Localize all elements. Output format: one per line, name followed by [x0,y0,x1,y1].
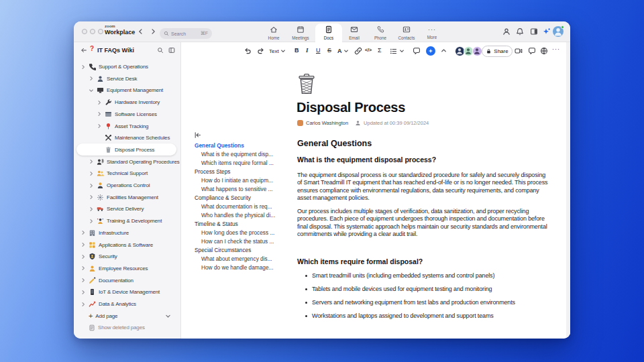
sidebar-item-disposal-process[interactable]: Disposal Process [76,143,176,156]
nav-back-button[interactable] [137,27,145,37]
question-heading-2: Which items require formal disposal? [297,257,423,265]
ai-companion-button[interactable] [426,46,435,56]
titlebar: zoom Workplace Search ⌘F Home Meetings D… [74,21,570,42]
doc-byline: Carlos Washington Updated at 00:39 09/12… [297,120,429,126]
toc-item[interactable]: What is the equipment disp... [201,151,273,158]
question-heading-1: What is the equipment disposal process? [297,156,436,164]
comment-icon[interactable] [413,47,421,55]
sidebar-item-support-operations[interactable]: Support & Operations [76,61,176,73]
sidebar-item-training-development[interactable]: Training & Development [76,215,176,227]
chat-icon[interactable] [528,47,536,55]
notifications-bell-icon[interactable] [516,27,525,36]
window-close-button[interactable] [82,29,87,34]
zoom-logo: zoom [105,24,115,28]
sidebar-item-service-desk[interactable]: Service Desk [76,72,176,84]
tab-meetings[interactable]: Meetings [287,23,314,42]
toc-item[interactable]: Compliance & Security [195,194,251,201]
global-search-input[interactable]: Search ⌘F [160,28,212,39]
tab-contacts[interactable]: Contacts [393,23,420,42]
add-page-button[interactable]: + Add page [76,310,176,322]
user-avatar[interactable] [553,26,564,37]
redo-button[interactable] [257,47,265,55]
sidebar-collapse-icon[interactable] [168,47,175,54]
bullet-item: Servers and networking equipment from te… [297,299,552,306]
toc-item[interactable]: How do we handle damage... [201,264,273,271]
add-page-chevron-icon[interactable] [165,313,171,319]
globe-icon[interactable] [540,47,548,55]
bold-button[interactable]: B [294,47,299,54]
side-panel-toggle-icon[interactable] [530,27,539,36]
italic-button[interactable]: I [306,47,309,54]
toc-item[interactable]: What documentation is req... [201,203,272,210]
sidebar-item-asset-tracking[interactable]: Asset Tracking [76,120,176,132]
sidebar-item-standard-operating-procedures[interactable]: Standard Operating Procedures [76,156,176,168]
collapse-toolbar-icon[interactable] [440,47,447,54]
toc-item[interactable]: Timeline & Status [195,221,238,227]
doc-scrollbar-track[interactable] [566,42,570,339]
toc-item[interactable]: Process Steps [195,168,231,175]
wiki-sidebar: ? IT FAQs Wiki Support & Operations Serv… [74,42,181,339]
sidebar-search-icon[interactable] [157,47,164,54]
toc-item[interactable]: Which items require formal ... [201,160,274,166]
code-icon[interactable]: </> [365,48,372,52]
zoom-workplace-window: zoom Workplace Search ⌘F Home Meetings D… [74,21,570,339]
section-heading: General Questions [297,139,372,148]
toc-item[interactable]: What happens to sensitive ... [201,186,273,192]
toc-item[interactable]: How do I initiate an equipm... [201,177,273,184]
sidebar-item-infrastructure[interactable]: Infrastructure [76,227,176,239]
doc-title: Disposal Process [297,100,405,115]
profile-icon[interactable] [502,27,511,36]
online-status-dot [561,25,564,29]
search-icon [164,31,169,36]
bullet-item: Workstations and laptops assigned to dev… [297,312,552,319]
sidebar-item-applications-software[interactable]: Applications & Software [76,239,176,251]
text-style-dropdown[interactable]: Text [269,47,286,55]
undo-button[interactable] [244,47,252,55]
sidebar-item-hardware-inventory[interactable]: Hardware Inventory [76,97,176,109]
show-deleted-pages-button[interactable]: Show deleted pages [76,322,176,334]
tab-docs[interactable]: Docs [315,23,342,42]
sidebar-item-equipment-management[interactable]: Equipment Management [76,84,176,97]
list-format-dropdown[interactable] [390,47,405,55]
window-minimize-button[interactable] [90,29,95,34]
formula-icon[interactable]: Σ [378,47,382,54]
underline-button[interactable]: U [316,47,321,54]
strikethrough-button[interactable]: S [327,47,331,54]
video-camera-icon[interactable] [515,47,523,55]
paragraph-1: The equipment disposal process is our st… [297,172,549,202]
toc-item[interactable]: General Questions [195,142,244,149]
tab-email[interactable]: Email [341,23,368,42]
text-color-dropdown[interactable]: A [337,47,349,55]
toc-item[interactable]: Special Circumstances [195,247,251,253]
toc-item[interactable]: How can I check the status ... [201,238,274,245]
sidebar-item-data-analytics[interactable]: Data & Analytics [76,298,176,310]
toc-item[interactable]: Who handles the physical di... [201,212,275,219]
toc-item[interactable]: What about emergency dis... [201,255,272,262]
toc-item[interactable]: How long does the process ... [201,229,274,236]
window-zoom-button[interactable] [98,29,103,34]
share-button[interactable]: Share [482,46,513,57]
bullet-item: Smart treadmill units (including embedde… [297,272,552,279]
sidebar-back-icon[interactable] [80,47,87,54]
tab-phone[interactable]: Phone [367,23,394,42]
doc-emoji-trash-icon [297,72,316,95]
toc-collapse-icon[interactable] [194,131,201,139]
sidebar-item-documentation[interactable]: Documentation [76,274,176,286]
link-icon[interactable] [354,47,362,55]
sidebar-item-iot-device-management[interactable]: IoT & Device Management [76,286,176,298]
sidebar-item-technical-support[interactable]: Technical Support [76,168,176,180]
sidebar-item-facilities-management[interactable]: Facilities Management [76,191,176,203]
sidebar-item-software-licenses[interactable]: Software Licenses [76,108,176,120]
more-options-icon[interactable]: ··· [552,46,560,52]
nav-forward-button[interactable] [150,27,158,37]
sidebar-item-service-delivery[interactable]: Service Delivery [76,203,176,215]
sidebar-item-operations-control[interactable]: Operations Control [76,180,176,192]
sidebar-item-maintenance-schedules[interactable]: Maintenance Schedules [76,132,176,144]
tab-home[interactable]: Home [260,23,287,42]
sidebar-item-security[interactable]: Security [76,251,176,263]
collaborator-avatar-3[interactable] [472,46,482,56]
tab-more[interactable]: ···More [419,23,445,42]
ai-companion-icon[interactable] [543,27,551,36]
sidebar-item-employee-resources[interactable]: Employee Resources [76,262,176,274]
plus-icon: + [89,312,93,320]
